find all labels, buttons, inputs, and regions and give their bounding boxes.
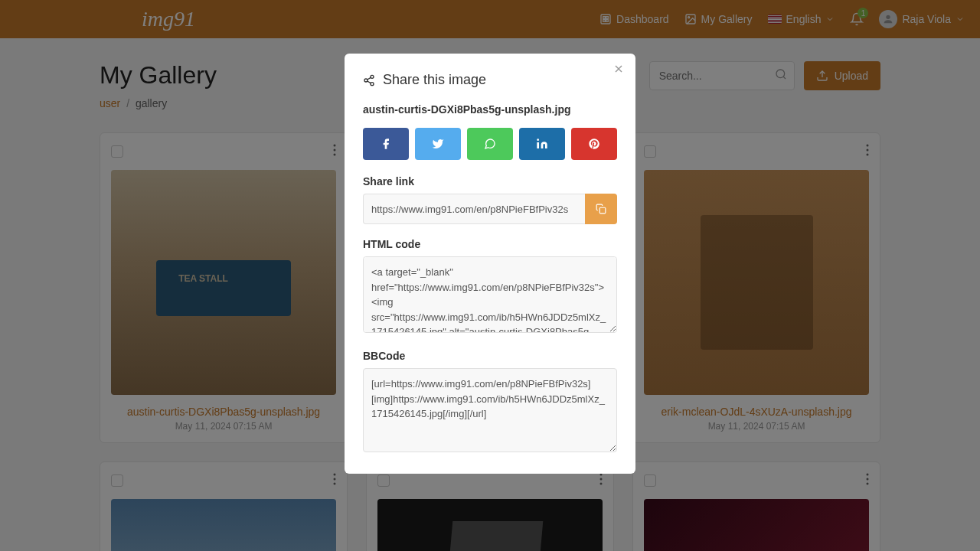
whatsapp-icon bbox=[484, 138, 496, 150]
pinterest-button[interactable] bbox=[571, 128, 617, 160]
twitter-icon bbox=[432, 138, 444, 150]
facebook-icon bbox=[380, 138, 392, 150]
pinterest-icon bbox=[588, 138, 600, 150]
share-link-label: Share link bbox=[363, 175, 617, 187]
svg-rect-38 bbox=[599, 207, 606, 214]
svg-point-37 bbox=[537, 139, 539, 141]
copy-link-button[interactable] bbox=[585, 194, 617, 224]
share-icon bbox=[363, 74, 375, 86]
svg-rect-36 bbox=[537, 142, 539, 148]
modal-title-text: Share this image bbox=[383, 72, 486, 88]
modal-title: Share this image bbox=[363, 72, 617, 88]
social-buttons bbox=[363, 128, 617, 160]
close-button[interactable] bbox=[612, 63, 625, 79]
svg-line-35 bbox=[368, 77, 371, 80]
share-link-input[interactable] bbox=[363, 194, 585, 224]
svg-point-33 bbox=[371, 82, 374, 85]
linkedin-button[interactable] bbox=[519, 128, 565, 160]
close-icon bbox=[612, 63, 625, 75]
linkedin-icon bbox=[536, 138, 548, 150]
svg-line-34 bbox=[368, 81, 371, 83]
modal-filename: austin-curtis-DGXi8Pbas5g-unsplash.jpg bbox=[363, 103, 617, 116]
svg-point-31 bbox=[371, 75, 374, 78]
bbcode-label: BBCode bbox=[363, 350, 617, 362]
share-modal: Share this image austin-curtis-DGXi8Pbas… bbox=[345, 54, 635, 474]
modal-overlay[interactable]: Share this image austin-curtis-DGXi8Pbas… bbox=[0, 0, 980, 551]
bbcode-textarea[interactable] bbox=[363, 368, 617, 452]
svg-point-32 bbox=[364, 79, 368, 82]
whatsapp-button[interactable] bbox=[467, 128, 513, 160]
copy-icon bbox=[596, 204, 606, 214]
html-code-label: HTML code bbox=[363, 238, 617, 250]
html-code-textarea[interactable] bbox=[363, 256, 617, 333]
facebook-button[interactable] bbox=[363, 128, 409, 160]
twitter-button[interactable] bbox=[415, 128, 461, 160]
